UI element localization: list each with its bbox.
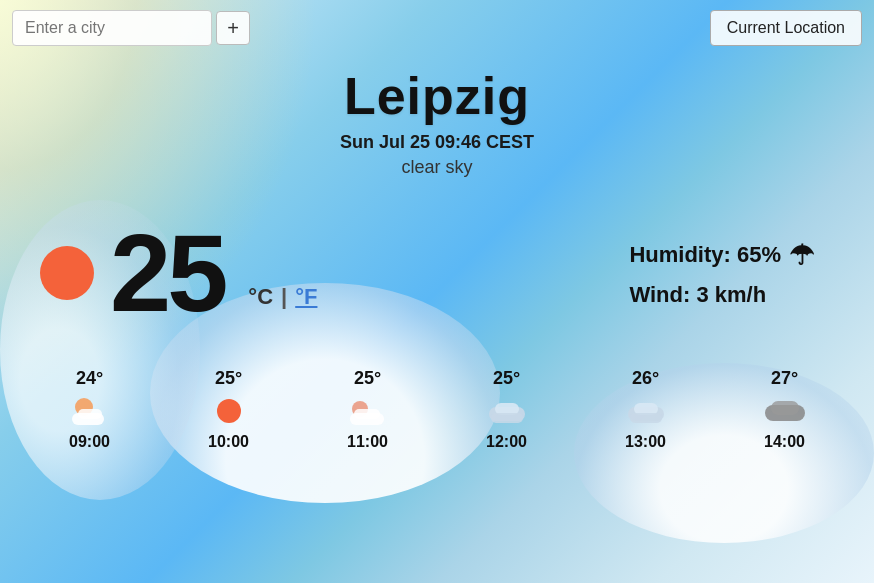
- sun-icon: [40, 246, 94, 300]
- forecast-temp: 26°: [632, 368, 659, 389]
- forecast-temp: 25°: [215, 368, 242, 389]
- forecast-item-3: 25° 12:00: [437, 368, 576, 451]
- weather-details: Humidity: 65% ☂ Wind: 3 km/h: [629, 239, 814, 308]
- forecast-weather-icon: [346, 393, 390, 429]
- forecast-temp: 25°: [493, 368, 520, 389]
- forecast-time: 09:00: [69, 433, 110, 451]
- humidity-label: Humidity: 65%: [629, 242, 781, 268]
- forecast-item-0: 24° 09:00: [20, 368, 159, 451]
- forecast-bar: 24° 09:00 25° 10:00 25° 11:00 25°: [0, 356, 874, 459]
- main-weather-info: Leipzig Sun Jul 25 09:46 CEST clear sky: [0, 66, 874, 178]
- unit-toggle: °C | °F: [248, 284, 317, 328]
- city-search-input[interactable]: [12, 10, 212, 46]
- forecast-temp: 27°: [771, 368, 798, 389]
- forecast-weather-icon: [68, 393, 112, 429]
- forecast-weather-icon: [207, 393, 251, 429]
- svg-rect-14: [771, 401, 799, 415]
- svg-rect-9: [491, 413, 523, 423]
- temp-left: 25 °C | °F: [40, 218, 317, 328]
- forecast-item-2: 25° 11:00: [298, 368, 437, 451]
- temperature-value: 25: [110, 218, 224, 328]
- city-name: Leipzig: [0, 66, 874, 126]
- humidity-row: Humidity: 65% ☂: [629, 239, 814, 272]
- forecast-item-4: 26° 13:00: [576, 368, 715, 451]
- wind-row: Wind: 3 km/h: [629, 282, 814, 308]
- forecast-time: 13:00: [625, 433, 666, 451]
- temperature-row: 25 °C | °F Humidity: 65% ☂ Wind: 3 km/h: [0, 198, 874, 328]
- forecast-temp: 24°: [76, 368, 103, 389]
- umbrella-icon: ☂: [789, 239, 814, 272]
- wind-label: Wind: 3 km/h: [629, 282, 766, 308]
- svg-rect-2: [78, 409, 102, 419]
- current-location-button[interactable]: Current Location: [710, 10, 862, 46]
- celsius-unit[interactable]: °C: [248, 284, 273, 310]
- forecast-time: 11:00: [347, 433, 388, 451]
- forecast-time: 12:00: [486, 433, 527, 451]
- fahrenheit-unit[interactable]: °F: [295, 284, 317, 310]
- forecast-weather-icon: [624, 393, 668, 429]
- forecast-item-1: 25° 10:00: [159, 368, 298, 451]
- svg-point-3: [217, 399, 241, 423]
- unit-separator: |: [281, 284, 287, 310]
- date-time: Sun Jul 25 09:46 CEST: [0, 132, 874, 153]
- forecast-temp: 25°: [354, 368, 381, 389]
- search-area: +: [12, 10, 250, 46]
- forecast-weather-icon: [763, 393, 807, 429]
- forecast-time: 10:00: [208, 433, 249, 451]
- svg-rect-6: [354, 409, 380, 419]
- forecast-weather-icon: [485, 393, 529, 429]
- forecast-item-5: 27° 14:00: [715, 368, 854, 451]
- svg-rect-12: [630, 413, 662, 423]
- forecast-time: 14:00: [764, 433, 805, 451]
- add-city-button[interactable]: +: [216, 11, 250, 45]
- weather-description: clear sky: [0, 157, 874, 178]
